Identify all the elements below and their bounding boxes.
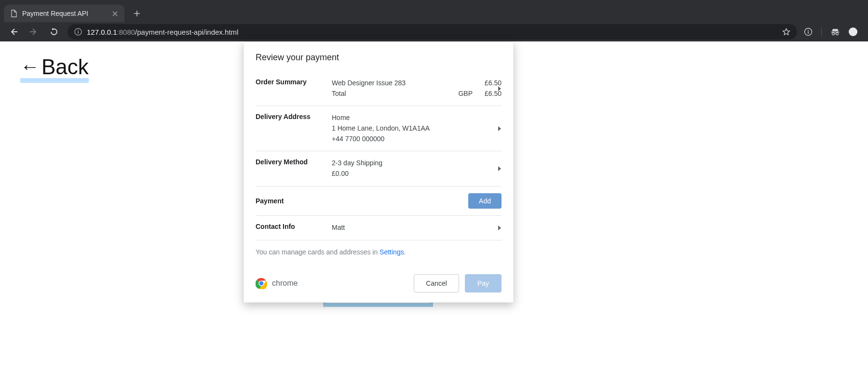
order-item-desc: Web Designer Issue 283 [332,78,448,89]
page-info-icon[interactable] [804,27,813,36]
contact-info-section[interactable]: Contact Info Matt [256,216,502,240]
delivery-method-section[interactable]: Delivery Method 2-3 day Shipping £0.00 [256,151,502,186]
cancel-button[interactable]: Cancel [414,274,459,292]
sheet-footer: chrome Cancel Pay [244,266,513,302]
order-currency: GBP [448,89,473,99]
back-link-label: Back [41,55,89,79]
svg-point-7 [836,33,839,35]
chrome-brand: chrome [256,278,298,289]
forward-button[interactable] [27,25,41,39]
address-name: Home [332,113,502,123]
order-item-price: £6.50 [473,78,502,89]
tab-title: Payment Request API [22,10,88,17]
payment-section: Payment Add [256,186,502,216]
sheet-title: Review your payment [256,53,502,63]
order-summary-content: Web Designer Issue 283 £6.50 Total GBP £… [332,78,502,99]
reload-button[interactable] [47,25,61,39]
order-summary-label: Order Summary [256,78,332,99]
address-phone: +44 7700 000000 [332,134,502,145]
svg-rect-1 [78,31,79,34]
add-payment-button[interactable]: Add [468,193,502,209]
arrow-left-icon: ← [20,56,40,77]
contact-info-label: Contact Info [256,223,332,233]
omnibox[interactable]: 127.0.0.1:8080/payment-request-api/index… [68,24,797,40]
back-button[interactable] [7,25,20,39]
svg-point-6 [832,33,835,35]
manage-prefix: You can manage cards and addresses in [256,248,380,256]
pay-button[interactable]: Pay [465,274,502,292]
delivery-method-content: 2-3 day Shipping £0.00 [332,158,502,179]
shipping-price: £0.00 [332,169,502,179]
url-host: 127.0.0.1 [87,28,117,36]
incognito-icon[interactable] [830,28,840,36]
chevron-right-icon[interactable] [498,166,502,171]
new-tab-button[interactable] [130,7,144,20]
divider [821,27,822,37]
browser-tab[interactable]: Payment Request API [4,5,124,22]
delivery-address-label: Delivery Address [256,113,332,144]
profile-avatar[interactable] [849,27,857,36]
url: 127.0.0.1:8080/payment-request-api/index… [87,28,238,36]
order-total-price: £6.50 [473,89,502,99]
chrome-brand-label: chrome [272,279,298,288]
delivery-address-content: Home 1 Home Lane, London, W1A1AA +44 770… [332,113,502,144]
svg-rect-2 [78,30,79,31]
site-info-icon[interactable] [74,28,82,36]
payment-sheet: Review your payment Order Summary Web De… [244,41,514,303]
svg-rect-5 [808,30,809,31]
delivery-address-section[interactable]: Delivery Address Home 1 Home Lane, Londo… [256,106,502,151]
url-port: :8080 [117,28,136,36]
delivery-method-label: Delivery Method [256,158,332,179]
browser-chrome: Payment Request API 127.0.0.1:8080/payme… [0,0,868,41]
manage-suffix: . [404,248,406,256]
chevron-right-icon[interactable] [498,126,502,131]
order-total-label: Total [332,89,448,99]
contact-info-value: Matt [332,223,502,233]
svg-rect-4 [808,31,809,34]
bookmark-icon[interactable] [782,28,790,36]
chrome-logo-icon [256,278,267,289]
close-tab-icon[interactable] [112,11,118,16]
page-content: ←Back Buy Now Review your payment Order … [0,41,868,385]
chevron-right-icon[interactable] [498,226,502,230]
tab-strip: Payment Request API [0,0,868,22]
back-link[interactable]: ←Back [20,56,89,83]
manage-hint: You can manage cards and addresses in Se… [256,248,502,256]
order-summary-section[interactable]: Order Summary Web Designer Issue 283 £6.… [256,71,502,106]
toolbar-right [804,27,861,37]
chevron-right-icon[interactable] [498,86,502,91]
settings-link[interactable]: Settings [380,248,404,256]
payment-label: Payment [256,197,332,205]
address-bar: 127.0.0.1:8080/payment-request-api/index… [0,22,868,41]
file-icon [11,10,17,17]
address-line: 1 Home Lane, London, W1A1AA [332,123,502,134]
url-path: /payment-request-api/index.html [135,28,238,36]
shipping-name: 2-3 day Shipping [332,158,502,169]
